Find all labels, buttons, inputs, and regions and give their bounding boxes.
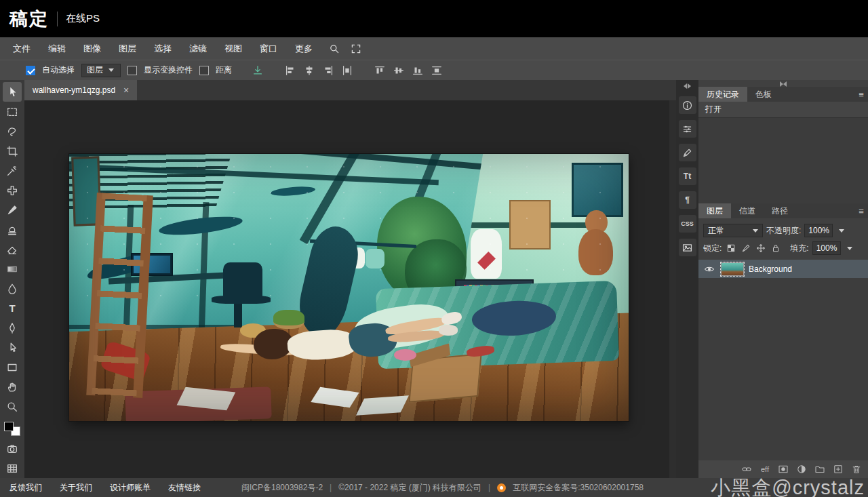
align-top-icon[interactable] (372, 62, 388, 79)
align-middle-icon[interactable] (391, 62, 407, 79)
menu-view[interactable]: 视图 (216, 37, 251, 60)
lock-transparency-icon[interactable] (725, 243, 736, 254)
crop-tool[interactable] (3, 141, 22, 161)
shape-tool[interactable] (3, 357, 22, 377)
character-panel-icon[interactable]: Tt (679, 167, 696, 185)
menu-filter[interactable]: 滤镜 (180, 37, 216, 60)
footer-link-about[interactable]: 关于我们 (60, 482, 92, 494)
distribute-horizontal-icon[interactable] (339, 62, 355, 79)
target-mode-select[interactable]: 图层 (81, 64, 121, 77)
path-select-tool[interactable] (3, 338, 22, 357)
auto-select-checkbox[interactable] (26, 66, 35, 75)
collapse-right-icon[interactable] (698, 80, 868, 87)
history-menu-icon[interactable]: ≡ (854, 87, 868, 102)
marquee-tool[interactable] (3, 102, 22, 121)
css-panel-icon[interactable]: CSS (679, 215, 696, 233)
blur-tool[interactable] (3, 279, 22, 298)
tab-swatches[interactable]: 色板 (747, 87, 780, 102)
color-swatches[interactable] (4, 422, 20, 436)
lock-all-icon[interactable] (770, 243, 781, 254)
type-tool[interactable]: T (3, 298, 22, 318)
footer-link-friendly-links[interactable]: 友情链接 (168, 482, 201, 494)
footer-link-designer-billing[interactable]: 设计师账单 (110, 482, 151, 494)
brush-settings-icon[interactable] (679, 144, 696, 161)
lock-position-icon[interactable] (755, 243, 766, 254)
eraser-tool[interactable] (3, 239, 22, 259)
align-bottom-icon[interactable] (410, 62, 426, 79)
menu-edit[interactable]: 编辑 (39, 37, 75, 60)
grid-icon[interactable] (3, 458, 22, 478)
fill-input[interactable]: 100% (812, 241, 841, 255)
history-entry-open[interactable]: 打开 (698, 102, 868, 118)
chevron-down-icon (108, 68, 114, 72)
camera-icon[interactable] (3, 439, 22, 458)
footer-link-feedback[interactable]: 反馈我们 (9, 482, 42, 494)
align-center-horizontal-icon[interactable] (301, 62, 317, 79)
menu-image[interactable]: 图像 (75, 37, 110, 60)
auto-select-label: 自动选择 (42, 64, 75, 76)
brush-tool[interactable] (3, 200, 22, 220)
fill-label: 填充: (790, 243, 808, 254)
clone-stamp-tool[interactable] (3, 220, 22, 239)
show-transform-label: 显示变换控件 (144, 64, 193, 76)
info-icon[interactable] (679, 96, 696, 114)
lasso-tool[interactable] (3, 121, 22, 141)
layer-row-background[interactable]: Background (698, 260, 868, 278)
paragraph-panel-icon[interactable]: ¶ (679, 191, 696, 209)
menu-select[interactable]: 选择 (145, 37, 180, 60)
lock-pixels-icon[interactable] (740, 243, 751, 254)
hand-tool[interactable] (3, 377, 22, 397)
show-transform-checkbox[interactable] (127, 66, 137, 75)
blend-mode-value: 正常 (708, 225, 724, 237)
opacity-dropdown-icon[interactable] (836, 224, 847, 237)
tab-history[interactable]: 历史记录 (698, 87, 747, 102)
canvas-area[interactable] (24, 100, 676, 478)
blend-mode-select[interactable]: 正常 (703, 224, 763, 237)
toolbox: T (0, 80, 24, 478)
layer-mask-icon[interactable] (777, 463, 789, 475)
image-panel-icon[interactable] (679, 239, 696, 256)
tab-layers[interactable]: 图层 (698, 203, 731, 218)
menu-more[interactable]: 更多 (286, 37, 321, 60)
layer-effects-icon[interactable]: eff (759, 463, 771, 475)
zoom-tool[interactable] (3, 397, 22, 416)
search-icon[interactable] (326, 41, 343, 56)
vertical-scrollbar[interactable] (669, 100, 676, 478)
fullscreen-icon[interactable] (347, 41, 365, 56)
group-folder-icon[interactable] (814, 463, 826, 475)
layer-thumbnail[interactable] (721, 262, 744, 276)
collapse-left-icon[interactable] (684, 82, 691, 90)
menu-layer[interactable]: 图层 (110, 37, 145, 60)
adjustments-icon[interactable] (679, 120, 696, 138)
css-panel-label: CSS (681, 220, 694, 227)
foreground-color-swatch[interactable] (4, 422, 14, 431)
menu-file[interactable]: 文件 (4, 37, 39, 60)
gradient-tool[interactable] (3, 259, 22, 279)
app-logo: 稿定 (9, 7, 49, 31)
layers-panel-tabs: 图层 信道 路径 ≡ (698, 203, 868, 218)
pen-tool[interactable] (3, 318, 22, 338)
link-layers-icon[interactable] (741, 463, 753, 475)
menu-window[interactable]: 窗口 (251, 37, 286, 60)
delete-layer-icon[interactable] (850, 463, 863, 475)
visibility-eye-icon[interactable] (703, 262, 716, 276)
heal-brush-tool[interactable] (3, 180, 22, 200)
canvas-artwork[interactable] (69, 154, 629, 421)
eyedropper-tool[interactable] (3, 161, 22, 180)
distance-checkbox[interactable] (199, 66, 209, 75)
align-left-icon[interactable] (282, 62, 298, 79)
align-right-icon[interactable] (320, 62, 336, 79)
tab-channels[interactable]: 信道 (731, 203, 764, 218)
tab-paths[interactable]: 路径 (764, 203, 796, 218)
opacity-input[interactable]: 100% (804, 224, 833, 237)
fill-dropdown-icon[interactable] (844, 241, 855, 255)
layers-menu-icon[interactable]: ≡ (854, 203, 868, 218)
document-tab[interactable]: wallhaven-ym1qzg.psd × (24, 80, 137, 100)
distribute-vertical-icon[interactable] (429, 62, 445, 79)
download-icon[interactable] (250, 62, 266, 79)
watermark: 小黑盒@crystalz (711, 478, 865, 497)
adjustment-layer-icon[interactable] (795, 463, 808, 475)
move-tool[interactable] (3, 82, 22, 102)
new-layer-icon[interactable] (832, 463, 844, 475)
close-icon[interactable]: × (123, 85, 129, 95)
